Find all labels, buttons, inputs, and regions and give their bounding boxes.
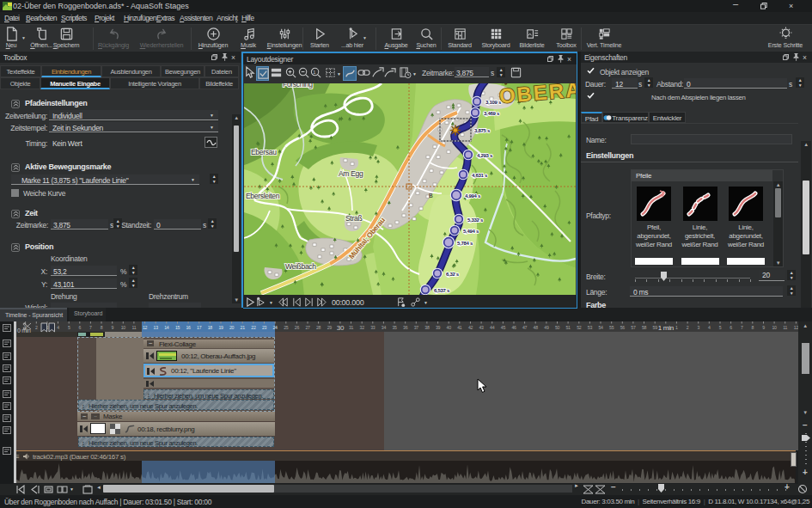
svg-text:6,32 s: 6,32 s <box>446 272 460 277</box>
svg-text:36: 36 <box>403 325 408 330</box>
svg-text:10: 10 <box>772 325 778 330</box>
svg-text:6: 6 <box>730 325 732 330</box>
svg-text:28: 28 <box>316 325 321 330</box>
svg-text:27: 27 <box>305 325 310 330</box>
svg-text:7: 7 <box>741 325 743 330</box>
svg-text:12: 12 <box>143 325 148 330</box>
svg-text:Weißbach: Weißbach <box>285 262 316 271</box>
svg-text:2: 2 <box>35 325 38 330</box>
svg-text:4,994 s: 4,994 s <box>465 193 481 199</box>
svg-text:16: 16 <box>186 325 192 330</box>
svg-text:25: 25 <box>284 325 289 330</box>
svg-text:30: 30 <box>337 324 345 332</box>
svg-text:Straß: Straß <box>345 214 362 223</box>
svg-text:Forsching: Forsching <box>283 83 313 89</box>
svg-text:39: 39 <box>436 325 441 330</box>
svg-text:43: 43 <box>479 325 485 330</box>
svg-text:29: 29 <box>327 325 333 330</box>
svg-text:4: 4 <box>708 325 711 330</box>
svg-text:42: 42 <box>468 325 473 330</box>
svg-text:50: 50 <box>555 325 560 330</box>
svg-text:7: 7 <box>89 325 92 330</box>
svg-text:34: 34 <box>382 325 387 330</box>
svg-text:Am Egg: Am Egg <box>339 169 363 178</box>
svg-text:6,537 s: 6,537 s <box>434 288 450 293</box>
svg-text:5: 5 <box>68 325 70 330</box>
svg-text:3,875 s: 3,875 s <box>474 128 491 133</box>
svg-text:37: 37 <box>414 325 419 330</box>
svg-text:54: 54 <box>598 325 603 330</box>
svg-text:1 min: 1 min <box>658 324 674 332</box>
svg-text:2: 2 <box>687 325 689 330</box>
svg-text:26: 26 <box>295 325 300 330</box>
svg-text:1: 1 <box>313 70 315 75</box>
svg-text:9: 9 <box>111 325 113 330</box>
svg-text:33: 33 <box>370 325 375 330</box>
svg-text:9: 9 <box>762 325 765 330</box>
svg-text:47: 47 <box>522 325 528 330</box>
svg-text:8: 8 <box>101 325 103 330</box>
svg-text:19: 19 <box>218 325 223 330</box>
svg-text:44: 44 <box>490 325 495 330</box>
svg-text:18: 18 <box>208 325 213 330</box>
svg-text:8: 8 <box>752 325 754 330</box>
svg-text:35: 35 <box>393 325 398 330</box>
svg-text:4: 4 <box>57 325 59 330</box>
svg-text:58: 58 <box>642 325 647 330</box>
svg-text:41: 41 <box>457 325 462 330</box>
svg-text:11: 11 <box>132 325 137 330</box>
svg-text:46: 46 <box>511 325 516 330</box>
svg-text:4,293 s: 4,293 s <box>477 153 493 158</box>
svg-text:59: 59 <box>653 325 658 330</box>
svg-text:48: 48 <box>534 325 539 330</box>
svg-text:6: 6 <box>79 325 82 330</box>
svg-text:3,469 s: 3,469 s <box>484 111 500 116</box>
svg-text:22: 22 <box>251 325 256 330</box>
svg-text:51: 51 <box>566 325 571 330</box>
svg-text:21: 21 <box>241 325 246 330</box>
svg-text:5,332 s: 5,332 s <box>467 217 484 223</box>
svg-text:52: 52 <box>577 325 582 330</box>
svg-text:31: 31 <box>349 325 354 330</box>
svg-text:17: 17 <box>197 325 202 330</box>
svg-text:40: 40 <box>447 325 452 330</box>
svg-text:15: 15 <box>175 325 180 330</box>
svg-text:56: 56 <box>620 325 626 330</box>
svg-text:13: 13 <box>154 325 159 330</box>
svg-text:24: 24 <box>273 325 278 330</box>
svg-text:Ebersau: Ebersau <box>251 148 277 156</box>
svg-text:10: 10 <box>121 325 126 330</box>
svg-text:20: 20 <box>229 325 235 330</box>
svg-text:1: 1 <box>675 325 678 330</box>
svg-text:Ebersleiten: Ebersleiten <box>246 192 280 200</box>
svg-text:5: 5 <box>719 325 722 330</box>
svg-text:45: 45 <box>501 325 506 330</box>
svg-text:55: 55 <box>609 325 614 330</box>
svg-text:32: 32 <box>360 325 365 330</box>
svg-text:23: 23 <box>262 325 267 330</box>
svg-text:B: B <box>429 193 433 199</box>
svg-text:3,109 s: 3,109 s <box>485 100 502 105</box>
svg-text:5,784 s: 5,784 s <box>457 241 473 246</box>
svg-text:53: 53 <box>588 325 593 330</box>
svg-text:38: 38 <box>424 325 430 330</box>
svg-text:57: 57 <box>631 325 636 330</box>
svg-text:3: 3 <box>697 325 699 330</box>
svg-text:5,494 s: 5,494 s <box>463 229 479 234</box>
svg-text:49: 49 <box>544 325 549 330</box>
svg-text:4,631 s: 4,631 s <box>472 173 488 178</box>
svg-text:14: 14 <box>164 325 169 330</box>
svg-text:11: 11 <box>783 325 787 330</box>
